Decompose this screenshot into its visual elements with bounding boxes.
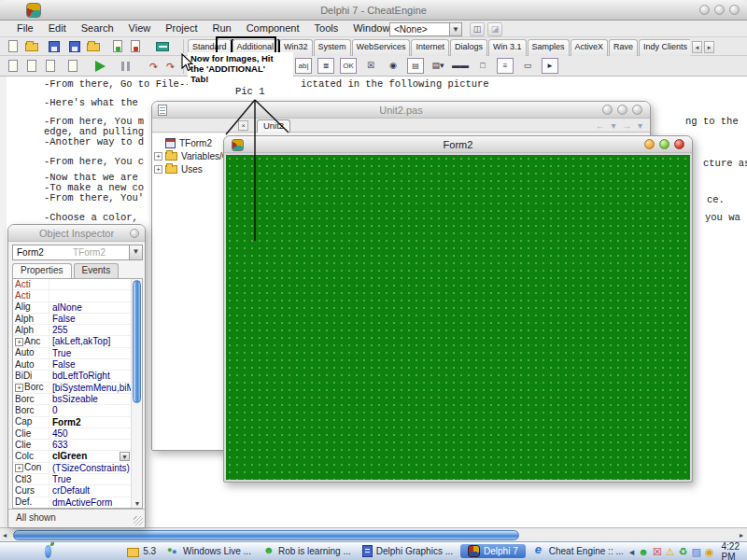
form2-titlebar[interactable]: Form2 bbox=[224, 136, 692, 153]
property-row[interactable]: +Con(TSizeConstraints) bbox=[13, 463, 142, 474]
taskbar-button-cheat-engine[interactable]: Cheat Engine :: ... bbox=[528, 545, 629, 557]
scroll-down-icon[interactable]: ▼ bbox=[133, 500, 142, 507]
property-row[interactable]: Clie450 bbox=[13, 428, 142, 440]
menu-component[interactable]: Component bbox=[239, 21, 307, 36]
close-icon[interactable]: × bbox=[238, 120, 248, 131]
add-file-icon[interactable] bbox=[110, 39, 126, 54]
minimize-button[interactable] bbox=[644, 139, 655, 149]
taskbar-button-delphi-graphics[interactable]: Delphi Graphics ... bbox=[357, 545, 458, 557]
globe-icon[interactable]: ◉ bbox=[705, 543, 714, 560]
new-icon[interactable] bbox=[6, 39, 21, 54]
property-value[interactable]: crDefault bbox=[49, 485, 142, 496]
property-row[interactable]: CapForm2 bbox=[13, 417, 142, 428]
save-all-icon[interactable] bbox=[67, 39, 83, 54]
form2-design-surface[interactable] bbox=[226, 155, 690, 480]
chevron-down-icon[interactable]: ▼ bbox=[129, 245, 142, 259]
new-items-icon[interactable] bbox=[6, 59, 21, 74]
minimize-button[interactable] bbox=[130, 229, 139, 238]
palette-tab-samples[interactable]: Samples bbox=[528, 39, 570, 56]
chevron-down-icon[interactable]: ▼ bbox=[120, 452, 130, 461]
tray-collapse-icon[interactable]: ◂ bbox=[629, 543, 635, 560]
minimize-button[interactable] bbox=[699, 5, 710, 15]
taskbar-button-5-3[interactable]: 5.3 bbox=[121, 546, 162, 557]
browse-back-forward-icons[interactable]: ← ▾ → ▾ bbox=[596, 120, 644, 131]
property-row[interactable]: Clie633 bbox=[13, 440, 142, 451]
panel-icon[interactable]: ▭ bbox=[519, 58, 536, 74]
unit2-titlebar[interactable]: Unit2.pas bbox=[152, 102, 650, 119]
property-row[interactable]: Ctl3True bbox=[13, 474, 142, 485]
property-value[interactable]: True bbox=[49, 348, 142, 358]
close-button[interactable] bbox=[674, 139, 684, 149]
step-over-icon[interactable]: ↷ bbox=[162, 59, 178, 74]
pause-icon[interactable] bbox=[118, 59, 134, 74]
property-row[interactable]: AlphFalse bbox=[13, 314, 142, 325]
menu-tools[interactable]: Tools bbox=[307, 21, 346, 36]
property-value[interactable]: True bbox=[49, 474, 142, 484]
menu-edit[interactable]: Edit bbox=[41, 21, 74, 36]
actionlist-icon[interactable]: ► bbox=[542, 58, 558, 74]
minimize-button[interactable] bbox=[602, 105, 613, 115]
property-row[interactable]: AutoFalse bbox=[13, 359, 142, 371]
close-button[interactable] bbox=[632, 105, 642, 115]
property-row[interactable]: Acti bbox=[13, 279, 142, 290]
menu-view[interactable]: View bbox=[121, 21, 159, 36]
property-value[interactable]: 450 bbox=[49, 428, 142, 439]
property-row[interactable]: Borc0 bbox=[13, 405, 142, 416]
open-project-icon[interactable] bbox=[86, 39, 102, 54]
form2-window[interactable]: Form2 bbox=[223, 135, 693, 483]
editor-hscrollbar[interactable]: ◂ ▸ bbox=[0, 527, 747, 541]
memo-icon[interactable]: ≣ bbox=[317, 58, 334, 74]
property-row[interactable]: BorcbsSizeable bbox=[13, 394, 142, 405]
property-value[interactable] bbox=[49, 290, 142, 301]
property-value[interactable]: clGreen▼ bbox=[49, 451, 142, 461]
run-icon[interactable] bbox=[92, 59, 107, 74]
warning-icon[interactable]: ⚠ bbox=[666, 543, 675, 560]
set-debug-desktop-icon[interactable]: ◪ bbox=[487, 22, 502, 36]
property-value[interactable] bbox=[49, 279, 142, 289]
palette-tab-activex[interactable]: ActiveX bbox=[571, 39, 609, 56]
new-form-icon[interactable] bbox=[65, 59, 81, 74]
scrollbar-icon[interactable]: ▬▬ bbox=[452, 58, 469, 74]
palette-tab-system[interactable]: System bbox=[314, 39, 351, 56]
combobox-icon[interactable]: ▤▾ bbox=[430, 58, 446, 74]
property-row[interactable]: Acti bbox=[13, 290, 142, 301]
palette-tab-internet[interactable]: Internet bbox=[411, 39, 449, 56]
property-row[interactable]: ColcclGreen▼ bbox=[13, 451, 142, 462]
network-error-icon[interactable]: ☒ bbox=[653, 543, 662, 560]
property-value[interactable]: Form2 bbox=[49, 417, 142, 427]
menu-file[interactable]: File bbox=[9, 21, 41, 36]
resize-grip[interactable] bbox=[134, 516, 143, 525]
tab-properties[interactable]: Properties bbox=[12, 263, 72, 278]
scroll-right-icon[interactable]: ▸ bbox=[740, 529, 743, 541]
property-value[interactable]: bsSizeable bbox=[49, 394, 142, 404]
property-value[interactable]: [biSystemMenu,biMinimize bbox=[49, 383, 142, 393]
expand-icon[interactable]: + bbox=[15, 464, 23, 472]
view-windows-icon[interactable] bbox=[24, 59, 40, 74]
property-row[interactable]: Alph255 bbox=[13, 325, 142, 336]
taskbar-button-delphi-7[interactable]: Delphi 7 bbox=[460, 544, 526, 558]
maximize-button[interactable] bbox=[714, 5, 725, 15]
menu-search[interactable]: Search bbox=[74, 21, 121, 36]
chevron-down-icon[interactable]: ▼ bbox=[449, 23, 461, 35]
taskbar-button-windows-live[interactable]: Windows Live ... bbox=[162, 545, 257, 557]
property-value[interactable]: dmActiveForm bbox=[49, 497, 142, 508]
property-value[interactable]: 633 bbox=[49, 440, 142, 450]
object-selector-combo[interactable]: Form2 TForm2 ▼ bbox=[12, 245, 143, 260]
property-value[interactable]: False bbox=[49, 314, 142, 324]
palette-tab-webservices[interactable]: WebServices bbox=[352, 39, 411, 56]
open-icon[interactable] bbox=[24, 39, 40, 54]
tab-unit2[interactable]: Unit2 bbox=[257, 119, 290, 133]
button-icon[interactable]: OK bbox=[340, 58, 357, 74]
palette-tab-indy-clients[interactable]: Indy Clients bbox=[639, 39, 690, 56]
property-row[interactable]: AligalNone bbox=[13, 302, 142, 314]
property-grid-scrollbar[interactable]: ▼ bbox=[131, 279, 142, 508]
expand-icon[interactable]: + bbox=[15, 384, 23, 392]
property-row[interactable]: +Borc[biSystemMenu,biMinimize bbox=[13, 383, 142, 394]
main-titlebar[interactable]: Delphi 7 - CheatEngine bbox=[0, 0, 747, 21]
help-icon[interactable] bbox=[155, 39, 171, 54]
picture-icon[interactable]: ▨ bbox=[692, 543, 701, 560]
save-icon[interactable] bbox=[47, 39, 63, 54]
property-row[interactable]: CurscrDefault bbox=[13, 485, 142, 497]
taskbar-button-rob-is-learning[interactable]: Rob is learning ... bbox=[257, 545, 357, 557]
recycle-icon[interactable]: ♻ bbox=[679, 543, 688, 560]
